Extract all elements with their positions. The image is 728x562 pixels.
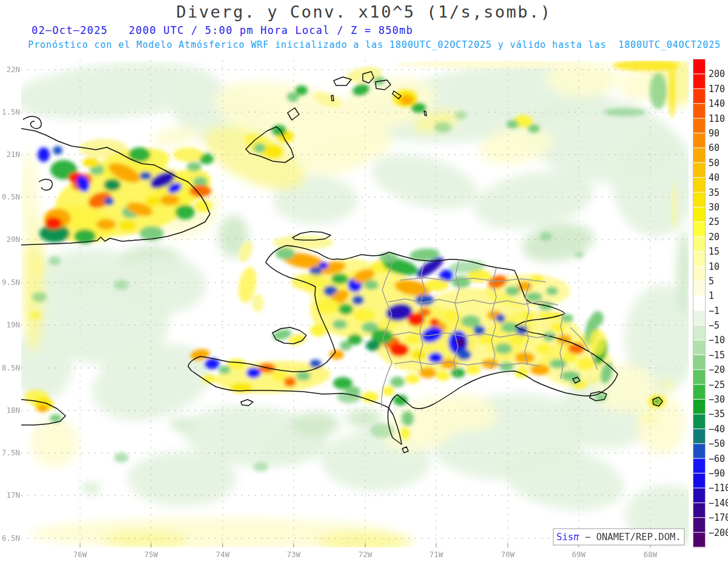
- colorbar-label: 30: [709, 202, 720, 213]
- field-blob: [496, 314, 505, 323]
- colorbar-label: −30: [709, 394, 725, 405]
- field-blob: [339, 304, 353, 315]
- colorbar-label: 25: [709, 216, 720, 227]
- colorbar-segment: [693, 488, 705, 502]
- colorbar-label: 35: [709, 187, 720, 198]
- field-blob: [389, 343, 409, 356]
- field-blob: [405, 335, 420, 344]
- field-blob: [331, 273, 348, 284]
- lat-label: 19N: [6, 320, 20, 329]
- field-blob: [540, 232, 552, 241]
- field-blob: [434, 122, 451, 133]
- field-blob: [510, 335, 524, 344]
- lon-label: 72W: [359, 550, 372, 559]
- field-blob: [411, 350, 426, 360]
- colorbar-segment: [693, 326, 705, 340]
- colorbar-segment: [693, 59, 705, 73]
- field-blob: [114, 453, 129, 463]
- field-blob: [430, 318, 439, 326]
- field-blob: [353, 309, 375, 321]
- sea-patch: [613, 127, 698, 236]
- lat-axis: 22N1.5N21N0.5N20N9.5N19N8.5N18N7.5N17N6.…: [2, 65, 20, 543]
- field-blob: [37, 405, 48, 412]
- lat-label: 8.5N: [2, 363, 20, 372]
- colorbar-label: −110: [709, 483, 728, 493]
- colorbar-segment: [693, 163, 705, 177]
- lon-label: 75W: [144, 550, 158, 559]
- field-blob: [273, 235, 334, 250]
- field-blob: [32, 292, 47, 302]
- colorbar-segment: [693, 533, 705, 547]
- colorbar-label: 15: [709, 246, 720, 257]
- field-blob: [550, 359, 567, 369]
- field-blob: [499, 362, 514, 372]
- field-blob: [400, 427, 410, 440]
- field-blob: [337, 391, 361, 403]
- colorbar-segment: [693, 252, 705, 266]
- colorbar-segment: [693, 518, 705, 532]
- field-blob: [515, 352, 534, 363]
- lat-label: 6.5N: [2, 534, 20, 543]
- colorbar-segment: [693, 267, 705, 281]
- colorbar-segment: [693, 340, 705, 354]
- field-blob: [53, 146, 62, 155]
- field-blob: [575, 251, 584, 258]
- field-blob: [287, 92, 299, 102]
- field-blob: [187, 162, 201, 172]
- colorbar-label: 60: [709, 142, 720, 153]
- field-blob: [272, 125, 286, 136]
- colorbar-segment: [693, 237, 705, 251]
- field-blob: [332, 319, 347, 329]
- field-blob: [577, 358, 594, 370]
- colorbar-label: 50: [709, 158, 720, 169]
- field-blob: [457, 349, 471, 360]
- field-blob: [310, 324, 327, 336]
- sea-patch: [641, 413, 658, 423]
- field-blob: [45, 217, 62, 229]
- field-blob: [455, 111, 467, 119]
- field-blob: [160, 195, 180, 206]
- field-blob: [140, 172, 152, 180]
- field-blob: [366, 340, 380, 351]
- field-blob: [364, 280, 379, 290]
- map-canvas: 22N1.5N21N0.5N20N9.5N19N8.5N18N7.5N17N6.…: [0, 0, 728, 562]
- colorbar-segment: [693, 414, 705, 428]
- field-blob: [318, 262, 328, 269]
- colorbar-segment: [693, 311, 705, 325]
- lon-label: 74W: [216, 550, 230, 559]
- field-blob: [551, 323, 565, 332]
- sea-patch: [30, 418, 79, 467]
- lat-label: 17N: [6, 490, 20, 500]
- lon-label: 71W: [430, 550, 443, 559]
- field-blob: [536, 344, 550, 353]
- lon-label: 76W: [73, 550, 87, 559]
- colorbar-segment: [693, 355, 705, 369]
- colorbar-segment: [693, 281, 705, 295]
- field-blob: [231, 383, 252, 393]
- branding-box: Sisπ − ONAMET/REP.DOM.: [553, 529, 684, 545]
- field-blob: [604, 108, 646, 116]
- field-blob: [272, 371, 286, 381]
- field-blob: [227, 359, 246, 369]
- coastline-mayaguana: [334, 77, 351, 85]
- field-blob: [461, 315, 480, 327]
- colorbar-segment: [693, 207, 705, 221]
- colorbar-label: −15: [709, 350, 725, 361]
- field-blob: [425, 279, 449, 291]
- sea-patch: [291, 412, 340, 437]
- colorbar-segment: [693, 222, 705, 236]
- field-blob: [669, 64, 675, 118]
- field-blob: [173, 147, 203, 162]
- colorbar-segment: [693, 296, 705, 310]
- field-blob: [362, 392, 379, 403]
- lat-label: 9.5N: [2, 278, 20, 287]
- colorbar-label: 40: [709, 172, 720, 183]
- colorbar-label: 5: [709, 276, 714, 287]
- field-blob: [291, 273, 328, 290]
- colorbar-label: 140: [709, 98, 725, 109]
- colorbar-label: −60: [709, 453, 725, 464]
- field-blob: [466, 365, 480, 375]
- colorbar-label: 10: [709, 261, 720, 272]
- colorbar-label: 200: [709, 69, 725, 79]
- field-blob: [146, 196, 160, 206]
